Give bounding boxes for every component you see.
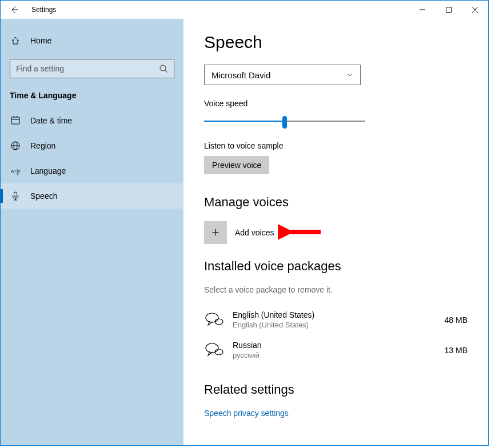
sidebar-item-label: Region [30, 141, 55, 150]
titlebar: Settings [1, 1, 488, 19]
add-voices-button[interactable]: + Add voices [204, 221, 468, 244]
voice-speed-label: Voice speed [204, 99, 468, 108]
svg-point-5 [160, 65, 166, 71]
globe-icon [10, 140, 21, 151]
language-icon: A字 [10, 165, 21, 177]
sidebar-item-speech[interactable]: Speech [1, 183, 183, 209]
related-settings-heading: Related settings [204, 382, 468, 397]
package-native-name: русский [233, 351, 420, 359]
package-name: English (United States) [233, 310, 420, 319]
settings-window: Settings Home [0, 0, 489, 446]
speech-bubble-icon [204, 342, 225, 359]
voice-sample-label: Listen to voice sample [204, 141, 468, 150]
svg-rect-7 [11, 117, 19, 124]
svg-text:A: A [11, 169, 14, 174]
search-input[interactable] [15, 63, 158, 74]
svg-rect-2 [446, 7, 452, 13]
sidebar-home-label: Home [30, 36, 51, 45]
app-title: Settings [31, 6, 56, 14]
sidebar: Home Time & Language Date & time Reg [1, 19, 183, 445]
installed-packages-heading: Installed voice packages [204, 259, 468, 274]
svg-point-19 [206, 313, 218, 322]
page-title: Speech [204, 33, 468, 52]
voice-dropdown-value: Microsoft David [211, 70, 270, 80]
svg-text:字: 字 [15, 169, 21, 175]
voice-package-row[interactable]: Russian русский 13 MB [204, 335, 468, 365]
sidebar-item-label: Language [30, 166, 66, 175]
svg-point-20 [215, 319, 223, 325]
sidebar-item-region[interactable]: Region [1, 133, 183, 158]
maximize-button[interactable] [436, 1, 462, 19]
minimize-button[interactable] [409, 1, 436, 19]
home-icon [10, 35, 21, 46]
package-native-name: English (United States) [233, 321, 420, 329]
sidebar-item-language[interactable]: A字 Language [1, 158, 183, 183]
svg-point-21 [206, 343, 218, 353]
voice-speed-slider[interactable] [204, 114, 365, 130]
package-size: 48 MB [428, 315, 468, 325]
package-name: Russian [233, 341, 420, 350]
slider-thumb[interactable] [282, 116, 287, 129]
svg-point-22 [215, 349, 223, 355]
voice-package-row[interactable]: English (United States) English (United … [204, 305, 468, 335]
svg-line-6 [165, 70, 167, 73]
chevron-down-icon [346, 70, 353, 80]
microphone-icon [10, 190, 21, 202]
speech-privacy-link[interactable]: Speech privacy settings [204, 409, 468, 418]
manage-voices-heading: Manage voices [204, 195, 468, 210]
slider-fill [204, 121, 285, 122]
svg-rect-16 [14, 192, 17, 197]
sidebar-home[interactable]: Home [1, 28, 183, 53]
close-button[interactable] [462, 1, 488, 19]
speech-bubble-icon [204, 311, 225, 329]
package-size: 13 MB [428, 346, 468, 355]
search-icon [158, 63, 169, 74]
sidebar-item-label: Speech [30, 191, 57, 201]
search-box[interactable] [10, 59, 174, 78]
sidebar-item-label: Date & time [30, 116, 72, 125]
installed-packages-hint: Select a voice package to remove it. [204, 285, 468, 294]
sidebar-category: Time & Language [1, 89, 183, 108]
voice-dropdown[interactable]: Microsoft David [204, 65, 361, 85]
sidebar-item-date-time[interactable]: Date & time [1, 108, 183, 133]
clock-icon [10, 115, 21, 126]
add-voices-label: Add voices [235, 228, 274, 237]
content-area: Speech Microsoft David Voice speed Liste… [183, 19, 488, 445]
back-button[interactable] [7, 3, 21, 17]
preview-voice-button[interactable]: Preview voice [204, 156, 269, 174]
plus-icon: + [204, 221, 227, 244]
